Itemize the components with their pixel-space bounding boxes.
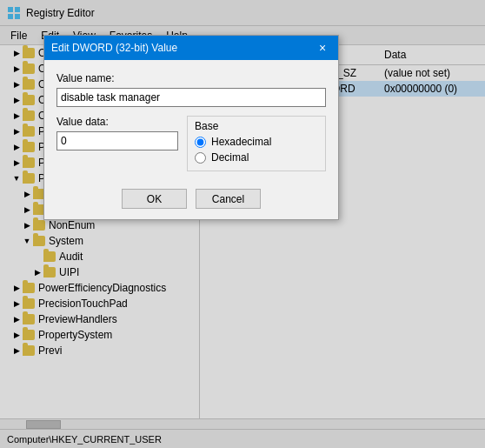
- dialog-buttons: OK Cancel: [44, 180, 338, 219]
- dialog-close-button[interactable]: ×: [314, 39, 331, 57]
- ok-button[interactable]: OK: [122, 189, 187, 209]
- dialog-body: Value name: Value data: Base Hexadecimal…: [44, 60, 338, 180]
- base-label: Base: [195, 120, 318, 132]
- dialog-title: Edit DWORD (32-bit) Value: [51, 42, 177, 54]
- dec-radio-row: Decimal: [195, 151, 318, 164]
- value-data-row: Value data: Base Hexadecimal Decimal: [56, 116, 326, 171]
- dec-radio[interactable]: [195, 152, 206, 164]
- value-data-label: Value data:: [56, 116, 178, 128]
- modal-overlay: Edit DWORD (32-bit) Value × Value name: …: [0, 0, 485, 448]
- cancel-button[interactable]: Cancel: [196, 189, 261, 209]
- value-data-section: Value data:: [56, 116, 178, 171]
- dialog-title-bar: Edit DWORD (32-bit) Value ×: [44, 36, 338, 60]
- value-name-input[interactable]: [56, 88, 326, 107]
- value-name-label: Value name:: [56, 72, 326, 84]
- value-data-input[interactable]: [56, 131, 178, 150]
- hex-radio-row: Hexadecimal: [195, 136, 318, 148]
- hex-radio[interactable]: [195, 137, 206, 148]
- edit-dword-dialog: Edit DWORD (32-bit) Value × Value name: …: [43, 35, 339, 220]
- hex-label: Hexadecimal: [211, 136, 271, 148]
- dec-label: Decimal: [211, 151, 249, 164]
- base-group: Base Hexadecimal Decimal: [187, 116, 326, 171]
